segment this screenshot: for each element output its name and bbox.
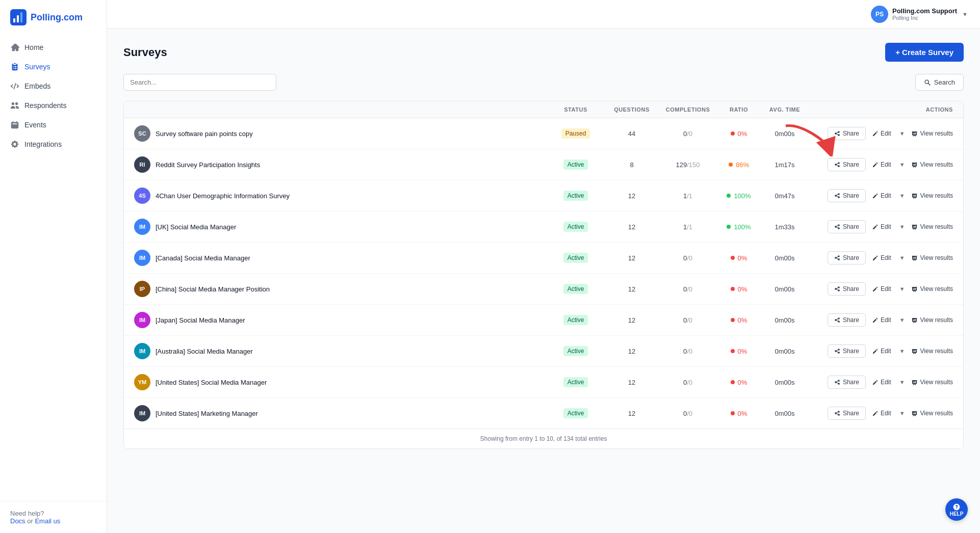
- edit-button[interactable]: Edit: [870, 345, 893, 357]
- col-status: STATUS: [545, 106, 606, 113]
- table-row: RI Reddit Survey Participation Insights …: [124, 149, 963, 180]
- edit-button[interactable]: Edit: [870, 377, 893, 388]
- questions-cell: 12: [606, 192, 657, 200]
- sidebar-item-surveys[interactable]: Surveys: [0, 57, 107, 76]
- ratio-pct: 0%: [738, 130, 747, 138]
- table-body: SC Survey software pain points copy Paus…: [124, 118, 963, 429]
- sidebar-item-respondents[interactable]: Respondents: [0, 96, 107, 115]
- survey-name-cell: IP [China] Social Media Manager Position: [134, 281, 545, 297]
- ratio-pct: 0%: [738, 285, 747, 293]
- edit-button[interactable]: Edit: [870, 283, 893, 295]
- edit-button[interactable]: Edit: [870, 221, 893, 232]
- survey-avatar: IM: [134, 343, 150, 359]
- sidebar-item-integrations[interactable]: Integrations: [0, 135, 107, 154]
- ratio-cell: 0%: [718, 379, 759, 386]
- survey-avatar: IM: [134, 250, 150, 266]
- edit-button[interactable]: Edit: [870, 408, 893, 419]
- dropdown-button[interactable]: ▼: [897, 346, 907, 356]
- sidebar-footer: Need help? Docs or Email us: [0, 501, 107, 533]
- view-results-button[interactable]: View results: [911, 223, 953, 230]
- status-cell: Active: [545, 222, 606, 232]
- create-survey-button[interactable]: + Create Survey: [885, 43, 964, 62]
- survey-name: [Australia] Social Media Manager: [156, 348, 253, 355]
- search-row: Search: [123, 74, 964, 91]
- edit-button[interactable]: Edit: [870, 128, 893, 139]
- survey-name-cell: YM [United States] Social Media Manager: [134, 374, 545, 390]
- edit-button[interactable]: Edit: [870, 190, 893, 201]
- share-button[interactable]: Share: [828, 158, 866, 171]
- survey-avatar: 4S: [134, 188, 150, 204]
- dropdown-button[interactable]: ▼: [897, 253, 907, 263]
- docs-link[interactable]: Docs: [10, 517, 25, 525]
- search-button[interactable]: Search: [915, 74, 964, 91]
- edit-button[interactable]: Edit: [870, 252, 893, 263]
- sidebar-item-events[interactable]: Events: [0, 115, 107, 135]
- share-button[interactable]: Share: [828, 407, 866, 420]
- ratio-cell: 0%: [718, 130, 759, 138]
- dropdown-button[interactable]: ▼: [897, 284, 907, 294]
- actions-cell: Share Edit ▼ View results: [810, 376, 953, 389]
- sidebar-item-embeds[interactable]: Embeds: [0, 76, 107, 96]
- completions-cell: 0/0: [657, 316, 718, 324]
- dropdown-button[interactable]: ▼: [897, 159, 907, 170]
- edit-button[interactable]: Edit: [870, 159, 893, 170]
- logo[interactable]: Polling.com: [0, 0, 107, 34]
- ratio-dot: [729, 163, 733, 167]
- survey-name-cell: IM [UK] Social Media Manager: [134, 219, 545, 235]
- dropdown-button[interactable]: ▼: [897, 408, 907, 418]
- share-button[interactable]: Share: [828, 376, 866, 389]
- survey-name-cell: IM [Australia] Social Media Manager: [134, 343, 545, 359]
- avg-time-cell: 0m00s: [759, 254, 810, 262]
- user-menu[interactable]: PS Polling.com Support Polling Inc ▼: [871, 6, 968, 23]
- view-results-button[interactable]: View results: [911, 254, 953, 261]
- actions-cell: Share Edit ▼ View results: [810, 313, 953, 327]
- view-results-button[interactable]: View results: [911, 161, 953, 168]
- view-results-button[interactable]: View results: [911, 348, 953, 355]
- dropdown-button[interactable]: ▼: [897, 191, 907, 201]
- questions-cell: 12: [606, 254, 657, 262]
- status-badge: Active: [563, 346, 588, 356]
- actions-cell: Share Edit ▼ View results: [810, 282, 953, 296]
- search-input[interactable]: [123, 74, 276, 91]
- actions-cell: Share Edit ▼ View results: [810, 220, 953, 233]
- dropdown-button[interactable]: ▼: [897, 128, 907, 139]
- sidebar-item-home[interactable]: Home: [0, 38, 107, 57]
- status-badge: Active: [563, 253, 588, 263]
- share-button[interactable]: Share: [828, 127, 866, 140]
- col-avgtime: AVG. TIME: [759, 106, 810, 113]
- page-title: Surveys: [123, 46, 167, 59]
- survey-name: Reddit Survey Participation Insights: [156, 161, 260, 169]
- survey-name: [United States] Social Media Manager: [156, 379, 267, 386]
- survey-name: Survey software pain points copy: [156, 130, 253, 138]
- view-results-button[interactable]: View results: [911, 316, 953, 324]
- dropdown-button[interactable]: ▼: [897, 222, 907, 232]
- status-cell: Active: [545, 315, 606, 325]
- edit-button[interactable]: Edit: [870, 314, 893, 326]
- survey-avatar: IP: [134, 281, 150, 297]
- dropdown-button[interactable]: ▼: [897, 377, 907, 387]
- questions-cell: 12: [606, 285, 657, 293]
- sidebar-nav: Home Surveys Embeds Respondents Events I…: [0, 34, 107, 501]
- view-results-button[interactable]: View results: [911, 285, 953, 292]
- view-results-button[interactable]: View results: [911, 130, 953, 137]
- table-row: SC Survey software pain points copy Paus…: [124, 118, 963, 149]
- share-button[interactable]: Share: [828, 313, 866, 327]
- survey-name: [Japan] Social Media Manager: [156, 316, 245, 324]
- view-results-button[interactable]: View results: [911, 192, 953, 199]
- avg-time-cell: 1m33s: [759, 223, 810, 231]
- col-actions: ACTIONS: [810, 106, 953, 113]
- completions-cell: 0/0: [657, 379, 718, 386]
- view-results-button[interactable]: View results: [911, 410, 953, 417]
- share-button[interactable]: Share: [828, 189, 866, 202]
- view-results-button[interactable]: View results: [911, 379, 953, 386]
- status-cell: Active: [545, 159, 606, 170]
- share-button[interactable]: Share: [828, 220, 866, 233]
- dropdown-button[interactable]: ▼: [897, 315, 907, 325]
- share-button[interactable]: Share: [828, 282, 866, 296]
- ratio-cell: 0%: [718, 285, 759, 293]
- help-button[interactable]: HELP: [945, 498, 968, 521]
- ratio-dot: [731, 318, 735, 322]
- email-link[interactable]: Email us: [35, 517, 60, 525]
- share-button[interactable]: Share: [828, 251, 866, 264]
- share-button[interactable]: Share: [828, 344, 866, 358]
